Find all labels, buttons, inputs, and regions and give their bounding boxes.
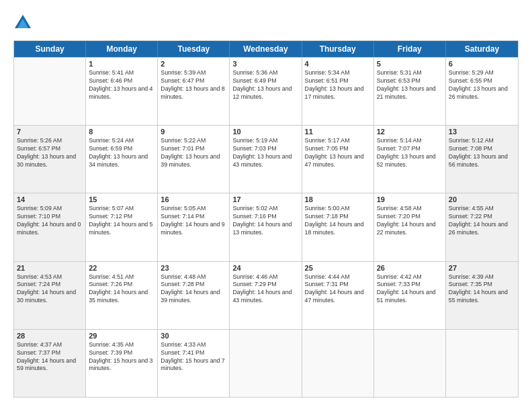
cell-info: Sunrise: 5:02 AM Sunset: 7:16 PM Dayligh… xyxy=(232,205,298,237)
day-number: 9 xyxy=(161,128,226,136)
cell-info: Sunrise: 4:39 AM Sunset: 7:35 PM Dayligh… xyxy=(449,273,515,306)
cell-info: Sunrise: 4:48 AM Sunset: 7:28 PM Dayligh… xyxy=(161,273,226,306)
day-number: 18 xyxy=(305,195,371,203)
calendar-row-4: 28Sunrise: 4:37 AM Sunset: 7:37 PM Dayli… xyxy=(14,329,518,397)
calendar-cell-2-6: 20Sunrise: 4:55 AM Sunset: 7:22 PM Dayli… xyxy=(446,193,518,261)
calendar-cell-1-6: 13Sunrise: 5:12 AM Sunset: 7:08 PM Dayli… xyxy=(446,126,518,193)
day-number: 26 xyxy=(377,264,443,272)
header-day-thursday: Thursday xyxy=(302,41,374,57)
day-number: 12 xyxy=(377,128,443,136)
calendar-cell-2-1: 15Sunrise: 5:07 AM Sunset: 7:12 PM Dayli… xyxy=(86,193,158,261)
cell-info: Sunrise: 5:22 AM Sunset: 7:01 PM Dayligh… xyxy=(161,137,226,169)
calendar-cell-3-3: 24Sunrise: 4:46 AM Sunset: 7:29 PM Dayli… xyxy=(230,262,302,329)
day-number: 19 xyxy=(377,195,443,203)
calendar-row-1: 7Sunrise: 5:26 AM Sunset: 6:57 PM Daylig… xyxy=(14,125,518,193)
day-number: 21 xyxy=(17,264,83,272)
calendar-body: 1Sunrise: 5:41 AM Sunset: 6:46 PM Daylig… xyxy=(14,57,518,397)
header-day-friday: Friday xyxy=(374,41,446,57)
calendar-cell-1-2: 9Sunrise: 5:22 AM Sunset: 7:01 PM Daylig… xyxy=(158,126,230,193)
calendar-cell-4-0: 28Sunrise: 4:37 AM Sunset: 7:37 PM Dayli… xyxy=(14,330,86,397)
cell-info: Sunrise: 5:09 AM Sunset: 7:10 PM Dayligh… xyxy=(17,205,83,237)
header-day-wednesday: Wednesday xyxy=(230,41,302,57)
calendar-row-0: 1Sunrise: 5:41 AM Sunset: 6:46 PM Daylig… xyxy=(14,57,518,125)
calendar-cell-2-4: 18Sunrise: 5:00 AM Sunset: 7:18 PM Dayli… xyxy=(302,193,374,261)
calendar-cell-4-2: 30Sunrise: 4:33 AM Sunset: 7:41 PM Dayli… xyxy=(158,330,230,397)
day-number: 30 xyxy=(161,332,226,340)
cell-info: Sunrise: 5:36 AM Sunset: 6:49 PM Dayligh… xyxy=(232,69,298,101)
day-number: 23 xyxy=(161,264,226,272)
calendar-cell-4-4 xyxy=(302,330,374,397)
header xyxy=(13,13,519,32)
day-number: 29 xyxy=(89,332,154,340)
cell-info: Sunrise: 5:29 AM Sunset: 6:55 PM Dayligh… xyxy=(449,69,515,101)
calendar-cell-2-5: 19Sunrise: 4:58 AM Sunset: 7:20 PM Dayli… xyxy=(374,193,446,261)
calendar-cell-0-6: 6Sunrise: 5:29 AM Sunset: 6:55 PM Daylig… xyxy=(446,58,518,125)
calendar-cell-3-2: 23Sunrise: 4:48 AM Sunset: 7:28 PM Dayli… xyxy=(158,262,230,329)
calendar-cell-2-0: 14Sunrise: 5:09 AM Sunset: 7:10 PM Dayli… xyxy=(14,193,86,261)
day-number: 1 xyxy=(89,60,154,68)
calendar-row-2: 14Sunrise: 5:09 AM Sunset: 7:10 PM Dayli… xyxy=(14,193,518,261)
header-day-monday: Monday xyxy=(86,41,158,57)
calendar-row-3: 21Sunrise: 4:53 AM Sunset: 7:24 PM Dayli… xyxy=(14,261,518,329)
calendar-header: SundayMondayTuesdayWednesdayThursdayFrid… xyxy=(14,41,518,57)
header-day-sunday: Sunday xyxy=(14,41,86,57)
calendar-cell-0-2: 2Sunrise: 5:39 AM Sunset: 6:47 PM Daylig… xyxy=(158,58,230,125)
cell-info: Sunrise: 4:55 AM Sunset: 7:22 PM Dayligh… xyxy=(449,205,515,237)
day-number: 11 xyxy=(305,128,371,136)
cell-info: Sunrise: 4:42 AM Sunset: 7:33 PM Dayligh… xyxy=(377,273,443,306)
day-number: 4 xyxy=(305,60,371,68)
cell-info: Sunrise: 5:26 AM Sunset: 6:57 PM Dayligh… xyxy=(17,137,83,169)
cell-info: Sunrise: 4:58 AM Sunset: 7:20 PM Dayligh… xyxy=(377,205,443,237)
calendar-cell-0-1: 1Sunrise: 5:41 AM Sunset: 6:46 PM Daylig… xyxy=(86,58,158,125)
day-number: 20 xyxy=(449,195,515,203)
cell-info: Sunrise: 5:34 AM Sunset: 6:51 PM Dayligh… xyxy=(305,69,371,101)
calendar-cell-1-3: 10Sunrise: 5:19 AM Sunset: 7:03 PM Dayli… xyxy=(230,126,302,193)
header-day-tuesday: Tuesday xyxy=(158,41,230,57)
calendar-cell-4-1: 29Sunrise: 4:35 AM Sunset: 7:39 PM Dayli… xyxy=(86,330,158,397)
calendar-cell-4-3 xyxy=(230,330,302,397)
cell-info: Sunrise: 5:24 AM Sunset: 6:59 PM Dayligh… xyxy=(89,137,154,169)
calendar-cell-2-3: 17Sunrise: 5:02 AM Sunset: 7:16 PM Dayli… xyxy=(230,193,302,261)
cell-info: Sunrise: 4:46 AM Sunset: 7:29 PM Dayligh… xyxy=(232,273,298,306)
day-number: 16 xyxy=(161,195,226,203)
day-number: 15 xyxy=(89,195,154,203)
day-number: 17 xyxy=(232,195,298,203)
cell-info: Sunrise: 4:53 AM Sunset: 7:24 PM Dayligh… xyxy=(17,273,83,306)
calendar-cell-3-4: 25Sunrise: 4:44 AM Sunset: 7:31 PM Dayli… xyxy=(302,262,374,329)
cell-info: Sunrise: 5:31 AM Sunset: 6:53 PM Dayligh… xyxy=(377,69,443,101)
cell-info: Sunrise: 4:33 AM Sunset: 7:41 PM Dayligh… xyxy=(161,341,226,373)
day-number: 22 xyxy=(89,264,154,272)
calendar-cell-0-0 xyxy=(14,58,86,125)
calendar-cell-2-2: 16Sunrise: 5:05 AM Sunset: 7:14 PM Dayli… xyxy=(158,193,230,261)
day-number: 28 xyxy=(17,332,83,340)
logo-icon xyxy=(13,13,32,32)
cell-info: Sunrise: 4:37 AM Sunset: 7:37 PM Dayligh… xyxy=(17,341,83,373)
calendar-cell-4-5 xyxy=(374,330,446,397)
calendar-cell-3-5: 26Sunrise: 4:42 AM Sunset: 7:33 PM Dayli… xyxy=(374,262,446,329)
cell-info: Sunrise: 4:51 AM Sunset: 7:26 PM Dayligh… xyxy=(89,273,154,306)
day-number: 7 xyxy=(17,128,83,136)
calendar: SundayMondayTuesdayWednesdayThursdayFrid… xyxy=(13,40,519,398)
cell-info: Sunrise: 5:00 AM Sunset: 7:18 PM Dayligh… xyxy=(305,205,371,237)
day-number: 24 xyxy=(232,264,298,272)
cell-info: Sunrise: 5:17 AM Sunset: 7:05 PM Dayligh… xyxy=(305,137,371,169)
calendar-cell-0-4: 4Sunrise: 5:34 AM Sunset: 6:51 PM Daylig… xyxy=(302,58,374,125)
calendar-cell-3-0: 21Sunrise: 4:53 AM Sunset: 7:24 PM Dayli… xyxy=(14,262,86,329)
day-number: 25 xyxy=(305,264,371,272)
header-day-saturday: Saturday xyxy=(446,41,518,57)
calendar-cell-1-5: 12Sunrise: 5:14 AM Sunset: 7:07 PM Dayli… xyxy=(374,126,446,193)
cell-info: Sunrise: 5:14 AM Sunset: 7:07 PM Dayligh… xyxy=(377,137,443,169)
day-number: 14 xyxy=(17,195,83,203)
day-number: 10 xyxy=(232,128,298,136)
cell-info: Sunrise: 5:05 AM Sunset: 7:14 PM Dayligh… xyxy=(161,205,226,237)
page: SundayMondayTuesdayWednesdayThursdayFrid… xyxy=(0,0,532,411)
day-number: 6 xyxy=(449,60,515,68)
cell-info: Sunrise: 5:12 AM Sunset: 7:08 PM Dayligh… xyxy=(449,137,515,169)
calendar-cell-1-0: 7Sunrise: 5:26 AM Sunset: 6:57 PM Daylig… xyxy=(14,126,86,193)
day-number: 27 xyxy=(449,264,515,272)
day-number: 8 xyxy=(89,128,154,136)
calendar-cell-1-4: 11Sunrise: 5:17 AM Sunset: 7:05 PM Dayli… xyxy=(302,126,374,193)
cell-info: Sunrise: 5:19 AM Sunset: 7:03 PM Dayligh… xyxy=(232,137,298,169)
cell-info: Sunrise: 4:44 AM Sunset: 7:31 PM Dayligh… xyxy=(305,273,371,306)
calendar-cell-4-6 xyxy=(446,330,518,397)
